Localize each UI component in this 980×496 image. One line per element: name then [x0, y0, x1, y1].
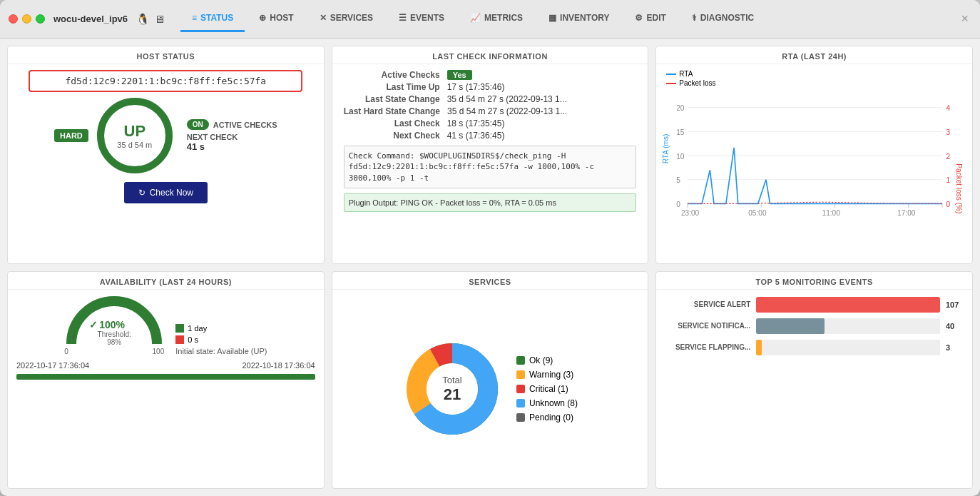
bar-label-2: SERVICE FLAPPING... — [665, 343, 750, 351]
rta-legend-packetloss: Packet loss — [666, 79, 715, 87]
events-tab-icon: ☰ — [399, 13, 407, 23]
rta-legend-rta: RTA — [666, 70, 715, 78]
bar-fill-2 — [756, 340, 762, 355]
tab-diagnostic[interactable]: ⚕ DIAGNOSTIC — [680, 6, 765, 32]
titlebar: wocu-devel_ipv6 🐧 🖥 ≡ STATUS ⊕ HOST ✕ SE… — [0, 0, 980, 39]
last-check-content: Active Checks Yes Last Time Up 17 s (17:… — [332, 64, 648, 263]
svc-warning: Warning (3) — [516, 370, 578, 380]
window-close-button[interactable]: × — [958, 11, 971, 26]
bar-fill-0 — [756, 297, 940, 313]
packet-loss-line-indicator — [666, 83, 676, 84]
services-panel: SERVICES — [332, 271, 649, 490]
inventory-tab-icon: ▦ — [548, 13, 556, 23]
next-check-label: NEXT CHECK 41 s — [187, 133, 277, 152]
bar-row-2: SERVICE FLAPPING... 3 — [665, 340, 964, 355]
svg-text:5: 5 — [677, 176, 681, 184]
navbar: ≡ STATUS ⊕ HOST ✕ SERVICES ☰ EVENTS 📈 ME… — [173, 6, 772, 32]
services-title: SERVICES — [332, 272, 648, 290]
tab-metrics[interactable]: 📈 METRICS — [459, 6, 534, 32]
status-row: HARD UP 35 d 54 m ON — [14, 96, 318, 175]
svg-text:1: 1 — [946, 176, 951, 184]
svg-text:0: 0 — [946, 201, 951, 208]
lci-yes-badge: Yes — [447, 70, 472, 80]
svc-pending: Pending (0) — [516, 413, 578, 422]
last-check-title: LAST CHECK INFORMATION — [332, 46, 648, 64]
host-status-content: fd5d:12c9:2201:1:bc9c:f8ff:fe5c:57fa HAR… — [8, 64, 324, 263]
svg-text:15: 15 — [677, 128, 685, 136]
main-content: HOST STATUS fd5d:12c9:2201:1:bc9c:f8ff:f… — [0, 39, 980, 496]
lci-row-last-check: Last Check 18 s (17:35:45) — [344, 118, 637, 128]
rta-line-indicator — [666, 74, 676, 75]
check-command-box: Check Command: $WOCUPLUGINSDIRS$/check_p… — [344, 146, 637, 188]
services-content: Total 21 Ok (9) Warning (3) C — [332, 290, 648, 489]
bar-value-1: 40 — [946, 322, 964, 330]
red-box-icon — [175, 335, 184, 344]
donut-center-text: Total 21 — [442, 374, 461, 403]
status-circle: UP 35 d 54 m — [96, 96, 174, 175]
server-icon: 🖥 — [154, 13, 165, 26]
bar-row-1: SERVICE NOTIFICA... 40 — [665, 318, 964, 334]
tab-services[interactable]: ✕ SERVICES — [308, 6, 384, 32]
host-tab-icon: ⊕ — [259, 13, 266, 23]
top5-panel: TOP 5 MONITORING EVENTS SERVICE ALERT 10… — [655, 271, 973, 490]
warning-dot — [516, 370, 525, 379]
check-now-button[interactable]: ↻ Check Now — [124, 182, 208, 203]
edit-tab-icon: ⚙ — [635, 13, 643, 23]
metrics-tab-icon: 📈 — [470, 13, 481, 23]
svg-text:Packet loss (%): Packet loss (%) — [956, 163, 964, 213]
services-donut: Total 21 — [402, 339, 502, 439]
bar-track-2 — [756, 340, 940, 355]
availability-panel: AVAILABILITY (LAST 24 HOURS) — [7, 271, 325, 490]
rta-content: RTA Packet loss 20 15 10 5 0 4 3 — [656, 64, 972, 263]
host-name: wocu-devel_ipv6 — [53, 14, 128, 24]
avail-date-end: 2022-10-18 17:36:04 — [243, 361, 315, 370]
svg-text:2: 2 — [946, 153, 951, 161]
svg-text:10: 10 — [677, 153, 685, 161]
tab-inventory[interactable]: ▦ INVENTORY — [537, 6, 621, 32]
status-duration: 35 d 54 m — [117, 141, 152, 149]
lci-row-last-state: Last State Change 35 d 54 m 27 s (2022-0… — [344, 94, 637, 104]
active-checks-label: ACTIVE CHECKS — [213, 121, 277, 129]
close-traffic-light[interactable] — [9, 14, 18, 24]
status-icon: ≡ — [192, 13, 197, 23]
minimize-traffic-light[interactable] — [22, 14, 31, 24]
svg-text:05:00: 05:00 — [749, 209, 767, 217]
main-window: wocu-devel_ipv6 🐧 🖥 ≡ STATUS ⊕ HOST ✕ SE… — [0, 0, 980, 496]
svg-text:23:00: 23:00 — [681, 209, 700, 217]
gauge-row: ✓ 100% Threshold: 98% 0 100 — [16, 294, 315, 355]
host-status-panel: HOST STATUS fd5d:12c9:2201:1:bc9c:f8ff:f… — [7, 46, 325, 264]
tab-status[interactable]: ≡ STATUS — [180, 6, 245, 32]
svc-ok: Ok (9) — [516, 355, 578, 365]
active-checks-col: ON ACTIVE CHECKS NEXT CHECK 41 s — [187, 119, 277, 152]
bar-label-1: SERVICE NOTIFICA... — [665, 322, 750, 330]
availability-dates: 2022-10-17 17:36:04 2022-10-18 17:36:04 — [16, 361, 315, 370]
legend-0s: 0 s — [175, 335, 267, 344]
bar-value-0: 107 — [946, 300, 964, 309]
availability-bar — [16, 374, 315, 380]
refresh-icon: ↻ — [138, 188, 146, 198]
maximize-traffic-light[interactable] — [36, 14, 45, 24]
svg-text:20: 20 — [677, 104, 685, 112]
active-checks-toggle[interactable]: ON — [187, 119, 209, 130]
availability-pct: 100% — [99, 319, 125, 330]
tab-edit[interactable]: ⚙ EDIT — [623, 6, 677, 32]
top5-content: SERVICE ALERT 107 SERVICE NOTIFICA... 40… — [656, 290, 972, 489]
bar-row-0: SERVICE ALERT 107 — [665, 297, 964, 313]
svg-text:4: 4 — [946, 104, 951, 112]
traffic-lights — [9, 14, 45, 24]
svg-text:0: 0 — [677, 201, 681, 208]
services-tab-icon: ✕ — [320, 13, 327, 23]
svg-text:11:00: 11:00 — [822, 209, 841, 217]
checkmark-icon: ✓ — [89, 319, 98, 330]
hard-badge: HARD — [54, 129, 88, 142]
lci-row-next-check: Next Check 41 s (17:36:45) — [344, 131, 637, 141]
tab-events[interactable]: ☰ EVENTS — [387, 6, 456, 32]
legend-1day: 1 day — [175, 324, 267, 333]
svg-text:17:00: 17:00 — [897, 209, 916, 217]
rta-chart: 20 15 10 5 0 4 3 2 1 0 RTA (ms) Packet l… — [662, 67, 966, 260]
lci-row-active-checks: Active Checks Yes — [344, 70, 637, 80]
lci-row-last-time-up: Last Time Up 17 s (17:35:46) — [344, 82, 637, 92]
tab-host[interactable]: ⊕ HOST — [247, 6, 305, 32]
status-up: UP — [117, 122, 152, 141]
ok-dot — [516, 356, 525, 365]
